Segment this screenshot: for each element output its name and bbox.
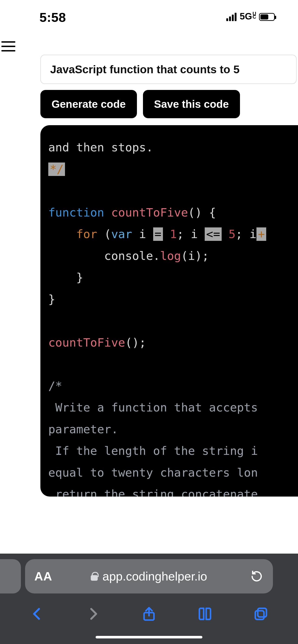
browser-chrome: AA app.codinghelper.io (0, 554, 298, 644)
address-center: app.codinghelper.io (91, 569, 207, 583)
reload-button[interactable] (251, 570, 263, 582)
forward-button (84, 604, 102, 623)
prompt-text: JavaScript function that counts to 5 (50, 63, 239, 76)
reader-aa-button[interactable]: AA (34, 569, 52, 583)
status-time: 5:58 (40, 10, 66, 25)
address-text: app.codinghelper.io (102, 569, 207, 583)
browser-toolbar (0, 600, 298, 628)
status-right: 5GUC (226, 12, 275, 22)
code-block[interactable]: and then stops. */ function countToFive(… (40, 125, 298, 496)
network-label: 5GUC (240, 12, 256, 22)
home-indicator[interactable] (96, 636, 202, 638)
battery-icon (259, 13, 275, 21)
tabs-button[interactable] (251, 604, 270, 623)
button-row: Generate code Save this code (40, 90, 298, 118)
save-code-button[interactable]: Save this code (143, 90, 240, 118)
svg-rect-1 (258, 608, 266, 617)
status-bar: 5:58 5GUC (0, 0, 298, 26)
share-button[interactable] (140, 604, 158, 623)
address-bar[interactable]: AA app.codinghelper.io (25, 559, 273, 594)
lock-icon (91, 572, 98, 581)
cellular-bars-icon (226, 13, 236, 21)
menu-button[interactable] (2, 40, 18, 53)
generate-code-button[interactable]: Generate code (40, 90, 137, 118)
main-content: JavaScript function that counts to 5 Gen… (40, 55, 298, 496)
prompt-input[interactable]: JavaScript function that counts to 5 (40, 55, 296, 84)
svg-rect-2 (255, 611, 264, 620)
tab-peek[interactable] (0, 559, 21, 594)
bookmarks-button[interactable] (196, 604, 214, 623)
back-button[interactable] (28, 604, 47, 623)
code-content: and then stops. */ function countToFive(… (48, 137, 290, 496)
